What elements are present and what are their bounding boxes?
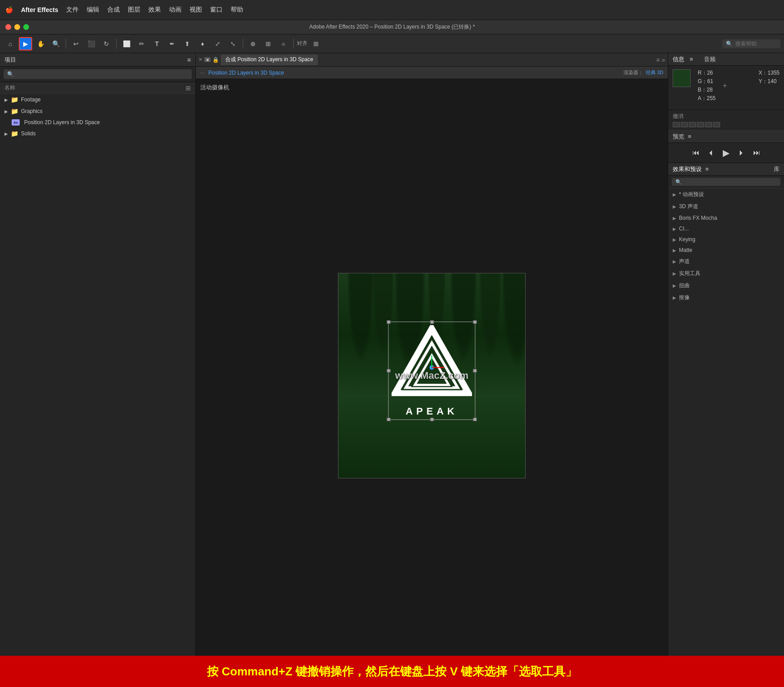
- graphics-expand-icon[interactable]: ▶: [4, 109, 8, 114]
- pin-tool-button[interactable]: ⤡: [226, 37, 240, 50]
- footage-label: Footage: [21, 96, 41, 103]
- comp-tab-menu-icon[interactable]: ≡: [656, 56, 660, 63]
- step-back-button[interactable]: ⏴: [706, 147, 717, 158]
- effects-section: 效果和预设 ≡ 库 ▶ * 动画预设 ▶ 3D 声道 ▶: [668, 163, 784, 687]
- menu-aftereffects[interactable]: After Effects: [21, 6, 58, 13]
- effects-item-keying[interactable]: ▶ Keying: [668, 234, 784, 245]
- effects-item-animation-presets[interactable]: ▶ * 动画预设: [668, 189, 784, 201]
- zoom-tool-button[interactable]: 🔍: [49, 37, 63, 50]
- effects-item-matte[interactable]: ▶ Matte: [668, 245, 784, 256]
- selection-tool-button[interactable]: ▶: [19, 37, 32, 50]
- skip-to-start-button[interactable]: ⏮: [691, 147, 701, 158]
- color-g: G：61: [698, 78, 716, 85]
- puppet-tool-button[interactable]: ⤢: [211, 37, 224, 50]
- menu-edit[interactable]: 编辑: [87, 6, 99, 14]
- fullscreen-window-button[interactable]: [23, 24, 29, 30]
- camera-tool-button[interactable]: ⬛: [84, 37, 98, 50]
- footage-folder-icon: 📁: [11, 96, 18, 103]
- effects-item-channel[interactable]: ▶ 声道: [668, 256, 784, 268]
- home-button[interactable]: ⌂: [4, 37, 17, 50]
- effects-item-keyer[interactable]: ▶ 抠像: [668, 292, 784, 304]
- effects-search-input[interactable]: [675, 179, 777, 184]
- col-type-header: ⊞: [185, 84, 191, 92]
- undo-camera-button[interactable]: ↩: [69, 37, 83, 50]
- project-search-input[interactable]: [17, 71, 188, 77]
- preview-header: 预览 ≡: [668, 130, 784, 143]
- 3d-mode-button[interactable]: ⊞: [261, 37, 275, 50]
- brush-tool-button[interactable]: ✒: [165, 37, 179, 50]
- comp-tab-expand-icon[interactable]: »: [662, 56, 665, 63]
- channel-expand-icon: ▶: [673, 259, 676, 264]
- effects-item-3d-channel[interactable]: ▶ 3D 声道: [668, 201, 784, 213]
- effects-item-ci[interactable]: ▶ CI...: [668, 223, 784, 234]
- effects-menu-icon[interactable]: ≡: [705, 166, 709, 172]
- col-name-header: 名称: [4, 84, 185, 92]
- position2d-label: Position 2D Layers in 3D Space: [24, 119, 100, 126]
- project-item-position2d[interactable]: Ae Position 2D Layers in 3D Space: [0, 117, 195, 128]
- snap-button[interactable]: ⟐: [277, 37, 290, 50]
- footage-expand-icon[interactable]: ▶: [4, 97, 8, 102]
- comp-tab-lock-icon: 🔒: [212, 57, 219, 63]
- effects-item-boris[interactable]: ▶ Boris FX Mocha: [668, 213, 784, 223]
- menu-help[interactable]: 帮助: [231, 6, 243, 14]
- logo-svg: [392, 325, 472, 396]
- roto-tool-button[interactable]: ⬆: [181, 37, 194, 50]
- comp-tab-position2d[interactable]: 合成 Position 2D Layers in 3D Space: [221, 54, 318, 65]
- minimize-window-button[interactable]: [14, 24, 20, 30]
- help-search-box: 🔍: [722, 39, 780, 48]
- skip-to-end-button[interactable]: ⏭: [751, 147, 762, 158]
- menu-layer[interactable]: 图层: [128, 6, 140, 14]
- annotation-text: 按 Command+Z 键撤销操作，然后在键盘上按 V 键来选择「选取工具」: [207, 664, 577, 679]
- close-window-button[interactable]: [5, 24, 11, 30]
- hand-tool-button[interactable]: ✋: [34, 37, 47, 50]
- menu-composition[interactable]: 合成: [107, 6, 120, 14]
- info-tab[interactable]: 信息: [673, 55, 684, 63]
- align-grid-button[interactable]: ⊞: [309, 37, 323, 50]
- undo-content: [673, 122, 780, 127]
- effects-tab[interactable]: 效果和预设: [673, 165, 702, 173]
- menu-view[interactable]: 视图: [190, 6, 202, 14]
- axis-mode-button[interactable]: ⊕: [246, 37, 260, 50]
- play-pause-button[interactable]: ▶: [721, 147, 732, 158]
- ci-label: CI...: [679, 226, 689, 232]
- menu-window[interactable]: 窗口: [210, 6, 223, 14]
- anim-presets-label: * 动画预设: [679, 191, 704, 198]
- menu-animation[interactable]: 动画: [169, 6, 181, 14]
- info-menu-icon[interactable]: ≡: [690, 56, 693, 63]
- comp-canvas: APEAK: [338, 273, 526, 478]
- preview-section: 预览 ≡ ⏮ ⏴ ▶ ⏵ ⏭: [668, 130, 784, 163]
- project-menu-icon[interactable]: ≡: [187, 56, 191, 63]
- apple-menu[interactable]: 🍎: [5, 6, 13, 13]
- project-item-graphics[interactable]: ▶ 📁 Graphics: [0, 105, 195, 117]
- library-tab[interactable]: 库: [774, 165, 780, 173]
- plus-cursor-icon: +: [723, 82, 727, 90]
- search-icon: 🔍: [726, 41, 733, 47]
- color-values: R：26 G：61 B：28 A：255: [698, 69, 716, 102]
- preview-menu-icon[interactable]: ≡: [688, 133, 691, 140]
- comp-tab-close-icon[interactable]: ✕: [198, 57, 202, 63]
- audio-tab[interactable]: 音频: [704, 55, 716, 63]
- renderer-value[interactable]: 经典 3D: [646, 69, 663, 76]
- rotate-tool-button[interactable]: ↻: [100, 37, 113, 50]
- solids-expand-icon[interactable]: ▶: [4, 131, 8, 136]
- rectangle-tool-button[interactable]: ⬜: [120, 37, 133, 50]
- help-search-input[interactable]: [735, 41, 776, 47]
- pen-tool-button[interactable]: ✏: [135, 37, 148, 50]
- breadcrumb-text: Position 2D Layers in 3D Space: [208, 70, 284, 76]
- align-label: 对齐: [297, 40, 308, 47]
- menu-effects[interactable]: 效果: [148, 6, 161, 14]
- clone-tool-button[interactable]: ♦: [196, 37, 209, 50]
- effects-item-distort[interactable]: ▶ 扭曲: [668, 280, 784, 292]
- filmstrip-cell-4: [697, 122, 704, 127]
- menu-file[interactable]: 文件: [66, 6, 79, 14]
- 3d-channel-label: 3D 声道: [679, 203, 698, 210]
- effects-item-utility[interactable]: ▶ 实用工具: [668, 268, 784, 280]
- traffic-lights: [5, 24, 29, 30]
- filmstrip-cell-5: [705, 122, 712, 127]
- project-item-solids[interactable]: ▶ 📁 Solids: [0, 128, 195, 139]
- project-item-footage[interactable]: ▶ 📁 Footage: [0, 94, 195, 105]
- text-tool-button[interactable]: T: [150, 37, 164, 50]
- color-swatch: [673, 69, 691, 87]
- step-forward-button[interactable]: ⏵: [736, 147, 747, 158]
- undo-section: 撤消: [668, 110, 784, 130]
